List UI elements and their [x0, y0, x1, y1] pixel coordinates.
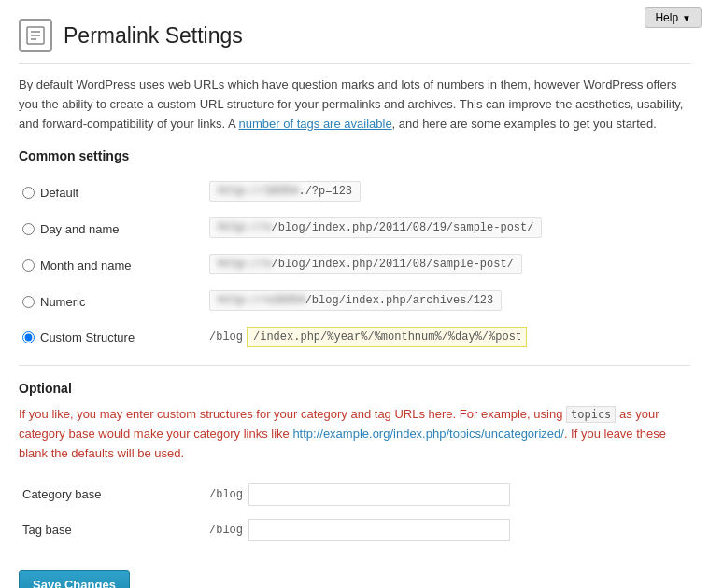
url-preview-numeric: http://v10354/blog/index.php/archives/12… [209, 290, 502, 311]
radio-row-custom: Custom Structure /blog [19, 320, 690, 354]
radio-day-name[interactable] [22, 223, 35, 235]
url-preview-day-name: http://v/blog/index.php/2011/08/19/sampl… [209, 217, 542, 238]
category-base-row: Category base /blog [19, 477, 690, 512]
tag-prefix: /blog [209, 524, 243, 537]
help-arrow-icon: ▼ [682, 13, 691, 23]
url-blur-numeric: http://v [218, 294, 272, 307]
category-base-input-wrap: /blog [209, 483, 687, 506]
help-label: Help [655, 11, 678, 24]
radio-label-default[interactable]: Default [22, 186, 202, 200]
tag-base-input[interactable] [248, 519, 510, 541]
common-settings-heading: Common settings [19, 148, 690, 163]
intro-text: By default WordPress uses web URLs which… [19, 76, 690, 133]
page-header: Permalink Settings [19, 11, 690, 64]
radio-row-day-name: Day and name http://v/blog/index.php/201… [19, 211, 690, 247]
url-host-numeric: 10354 [272, 294, 305, 307]
tag-base-input-wrap: /blog [209, 519, 687, 541]
url-preview-default: http://10354./?p=123 [209, 181, 361, 202]
help-button[interactable]: Help ▼ [645, 7, 702, 28]
url-suffix-month-name: /blog/index.php/2011/08/sample-post/ [272, 258, 514, 271]
radio-label-custom[interactable]: Custom Structure [22, 330, 202, 344]
topics-code: topics [566, 406, 616, 423]
optional-description: If you like, you may enter custom struct… [19, 405, 690, 463]
url-blur-day-name: http://v [218, 221, 272, 234]
url-suffix-day-name: /blog/index.php/2011/08/19/sample-post/ [272, 221, 534, 234]
radio-custom[interactable] [22, 331, 35, 343]
url-blur-month-name: http://v [218, 258, 272, 271]
radio-label-numeric[interactable]: Numeric [22, 295, 202, 309]
radio-row-default: Default http://10354./?p=123 [19, 175, 690, 211]
tags-link[interactable]: number of tags are available [239, 117, 392, 131]
radio-month-name-label: Month and name [40, 259, 132, 273]
common-settings-table: Default http://10354./?p=123 Day and nam… [19, 175, 690, 354]
category-prefix: /blog [209, 488, 243, 501]
radio-numeric[interactable] [22, 296, 35, 308]
radio-label-month-name[interactable]: Month and name [22, 259, 202, 273]
url-blur-default: http:// [218, 185, 264, 198]
custom-structure-input[interactable] [247, 327, 527, 347]
url-preview-month-name: http://v/blog/index.php/2011/08/sample-p… [209, 254, 522, 274]
url-suffix-default: ./?p=123 [298, 185, 352, 198]
radio-label-day-name[interactable]: Day and name [22, 222, 202, 236]
custom-prefix: /blog [209, 330, 243, 343]
page-title: Permalink Settings [64, 23, 243, 49]
save-button[interactable]: Save Changes [19, 570, 130, 588]
radio-custom-label: Custom Structure [40, 330, 135, 344]
radio-numeric-label: Numeric [40, 295, 85, 309]
optional-desc-part1: If you like, you may enter custom struct… [19, 407, 566, 421]
radio-row-month-name: Month and name http://v/blog/index.php/2… [19, 247, 690, 284]
page-wrap: Help ▼ Permalink Settings By default Wor… [0, 0, 709, 588]
intro-end: , and here are some examples to get you … [392, 117, 657, 131]
page-icon [19, 19, 52, 52]
optional-section: Optional If you like, you may enter cust… [19, 381, 690, 588]
example-url-link[interactable]: http://example.org/index.php/topics/unca… [292, 427, 564, 441]
tag-base-label: Tag base [22, 523, 72, 537]
custom-structure-input-wrap: /blog [209, 327, 687, 347]
url-host-default: 10354 [264, 185, 298, 198]
url-suffix-numeric: /blog/index.php/archives/123 [305, 294, 494, 307]
optional-heading: Optional [19, 381, 690, 396]
tag-base-row: Tag base /blog [19, 512, 690, 548]
radio-default[interactable] [22, 187, 35, 199]
category-base-label: Category base [22, 487, 102, 501]
divider [19, 365, 690, 366]
radio-row-numeric: Numeric http://v10354/blog/index.php/arc… [19, 284, 690, 320]
category-base-input[interactable] [248, 483, 510, 506]
radio-default-label: Default [40, 186, 78, 200]
radio-day-name-label: Day and name [40, 222, 120, 236]
radio-month-name[interactable] [22, 259, 35, 272]
optional-fields-table: Category base /blog Tag base [19, 477, 690, 548]
